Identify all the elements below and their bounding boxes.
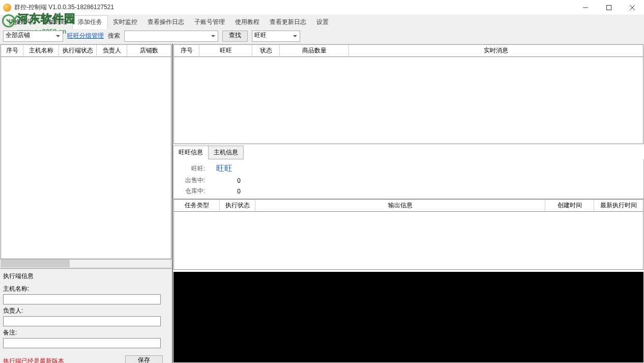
app-icon [3,4,11,12]
col-header[interactable]: 最新执行时间 [594,200,643,211]
window-title: 群控-控制端 V1.0.0.35-18286127521 [14,3,574,12]
detail-pane: 旺旺:旺旺出售中:0仓库中:0 [173,159,644,199]
menu-bar: 切换账号添加旺旺添加任务实时监控查看操作日志子账号管理使用教程查看更新日志设置 [0,15,644,29]
owner-input[interactable] [3,316,161,326]
detail-key: 旺旺: [178,164,205,173]
menu-item-6[interactable]: 使用教程 [230,16,265,29]
col-header[interactable]: 任务类型 [174,200,220,211]
toolbar: 全部店铺 旺旺分组管理 搜索 查找 旺旺 [0,29,644,44]
save-button[interactable]: 保存 [125,355,163,363]
left-scrollbar[interactable] [1,259,171,268]
tab-0[interactable]: 旺旺信息 [173,146,209,159]
col-header[interactable]: 创建时间 [545,200,594,211]
menu-item-2[interactable]: 添加任务 [72,15,108,29]
col-header[interactable]: 旺旺 [199,45,252,57]
maximize-button[interactable] [597,0,621,15]
find-button[interactable]: 查找 [222,31,248,42]
detail-value: 0 [205,177,241,184]
exec-info-title: 执行端信息 [3,271,169,283]
task-table-header: 任务类型执行状态输出信息创建时间最新执行时间 [173,199,643,212]
version-status: 执行端已经是最新版本 [3,357,64,364]
detail-key: 仓库中: [178,187,205,196]
exec-info-panel: 执行端信息 主机名称: 负责人: 备注: 执行端已经是最新版本 保存 [0,268,172,363]
menu-item-7[interactable]: 查看更新日志 [265,16,311,29]
detail-tabs: 旺旺信息主机信息 [173,146,644,159]
note-label: 备注: [3,329,17,336]
menu-item-0[interactable]: 切换账号 [3,16,38,29]
shop-select[interactable]: 全部店铺 [3,31,63,42]
owner-label: 负责人: [3,307,23,314]
svg-rect-1 [607,5,611,10]
title-bar: 群控-控制端 V1.0.0.35-18286127521 [0,0,644,15]
col-header[interactable]: 实时消息 [349,45,643,57]
close-button[interactable] [621,0,644,15]
col-header[interactable]: 输出信息 [255,200,545,211]
note-input[interactable] [3,338,161,348]
right-top-table-body[interactable] [173,57,643,144]
detail-value[interactable]: 旺旺 [216,163,232,174]
host-label: 主机名称: [3,285,29,292]
minimize-button[interactable] [574,0,597,15]
search-input[interactable] [124,31,218,42]
menu-item-1[interactable]: 添加旺旺 [38,16,72,29]
tab-1[interactable]: 主机信息 [208,146,244,159]
menu-item-5[interactable]: 子账号管理 [189,16,230,29]
detail-key: 出售中: [178,176,205,185]
task-table-body[interactable] [173,212,643,270]
console-output[interactable] [173,272,643,362]
col-header[interactable]: 执行端状态 [59,45,97,57]
menu-item-3[interactable]: 实时监控 [108,16,142,29]
col-header[interactable]: 商品数量 [280,45,349,57]
col-header[interactable]: 主机名称 [23,45,59,57]
col-header[interactable]: 负责人 [97,45,127,57]
left-table-body[interactable] [1,57,171,259]
col-header[interactable]: 序号 [174,45,199,57]
menu-item-8[interactable]: 设置 [311,16,334,29]
col-header[interactable]: 序号 [1,45,23,57]
group-manage-link[interactable]: 旺旺分组管理 [67,32,104,40]
col-header[interactable]: 状态 [252,45,280,57]
menu-item-4[interactable]: 查看操作日志 [142,16,189,29]
host-input[interactable] [3,294,161,304]
right-top-table-header: 序号旺旺状态商品数量实时消息 [173,44,643,57]
detail-value: 0 [205,188,241,195]
col-header[interactable]: 执行状态 [220,200,255,211]
col-header[interactable]: 店铺数 [127,45,171,57]
filter-select[interactable]: 旺旺 [252,31,300,42]
left-table-header: 序号主机名称执行端状态负责人店铺数 [1,44,171,57]
search-label: 搜索 [108,32,120,40]
